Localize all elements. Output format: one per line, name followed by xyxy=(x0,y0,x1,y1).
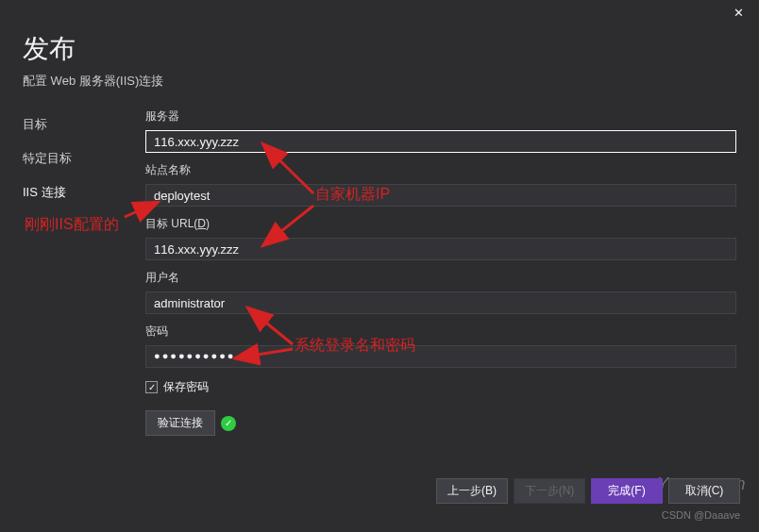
finish-button[interactable]: 完成(F) xyxy=(591,478,663,504)
save-password-label: 保存密码 xyxy=(163,379,209,395)
next-button: 下一步(N) xyxy=(514,478,585,504)
sidebar-item-target[interactable]: 目标 xyxy=(23,114,145,135)
back-button[interactable]: 上一步(B) xyxy=(436,478,508,504)
sidebar-item-iis-connection[interactable]: IIS 连接 xyxy=(23,182,145,203)
desturl-input[interactable] xyxy=(145,238,736,260)
server-input[interactable] xyxy=(145,130,736,153)
server-label: 服务器 xyxy=(145,108,736,125)
desturl-label: 目标 URL(D) xyxy=(145,216,736,232)
close-icon[interactable]: ✕ xyxy=(728,4,750,22)
save-password-checkbox[interactable]: ✓ xyxy=(145,381,158,393)
site-input[interactable] xyxy=(145,184,736,207)
user-label: 用户名 xyxy=(145,270,736,286)
password-label: 密码 xyxy=(145,324,736,340)
cancel-button[interactable]: 取消(C) xyxy=(668,478,740,504)
form-main: 服务器 站点名称 目标 URL(D) 用户名 密码 ●●●●●●●●●● ✓ 保… xyxy=(145,105,736,436)
check-circle-icon: ✓ xyxy=(221,416,236,431)
sidebar: 目标 特定目标 IIS 连接 xyxy=(23,105,145,436)
site-label: 站点名称 xyxy=(145,162,736,178)
validate-connection-button[interactable]: 验证连接 xyxy=(145,410,215,436)
password-input[interactable]: ●●●●●●●●●● xyxy=(145,345,736,368)
page-title: 发布 xyxy=(23,31,736,67)
page-subtitle: 配置 Web 服务器(IIS)连接 xyxy=(23,73,736,90)
username-input[interactable] xyxy=(145,291,736,314)
sidebar-item-specific-target[interactable]: 特定目标 xyxy=(23,148,145,169)
credit-text: CSDN @Daaave xyxy=(662,509,740,521)
